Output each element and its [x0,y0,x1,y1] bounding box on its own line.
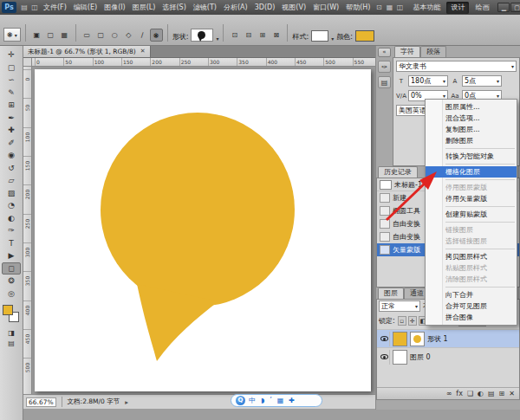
eyedropper-tool[interactable]: ✒ [2,112,21,125]
context-menu-item[interactable]: 选择链接图层 [426,236,517,247]
layer-visibility-toggle[interactable] [379,350,390,365]
blend-mode-select[interactable]: 正常 ▾ [379,300,420,312]
shape-tool-icon[interactable]: ◇ [122,29,135,42]
blur-tool[interactable]: ◔ [2,199,21,212]
app-bar-icon[interactable]: ▤ [19,3,29,11]
screen-mode-icon[interactable]: ◨ [2,329,21,337]
layers-footer-icon[interactable]: fx [456,390,463,397]
context-menu-item[interactable]: 清除图层样式 [426,274,517,285]
font-size-select[interactable]: 180点 ▾ [408,75,448,87]
gradient-tool[interactable]: ▨ [2,187,21,200]
menu-item[interactable]: 编辑(E) [70,0,101,15]
workspace-button[interactable]: 设计 [446,2,469,14]
context-menu-item[interactable]: 复制图层... [426,124,517,135]
panel-tab[interactable]: 字符 [394,46,420,57]
workspace-button[interactable]: 绘画 [471,2,493,14]
layers-footer-icon[interactable]: ✕ [509,390,515,397]
vector-mask-thumbnail[interactable] [410,332,425,346]
foreground-color-swatch[interactable] [3,305,13,315]
hand-tool[interactable]: ❂ [2,275,21,288]
view-option-icon[interactable]: ◫ [394,3,405,11]
ime-button-icon[interactable]: ✚ [289,395,295,406]
zoom-tool[interactable]: ◎ [2,288,21,300]
collapse-dock-icon[interactable]: « [378,48,391,57]
layers-footer-icon[interactable]: ⊞ [499,390,505,397]
panel-tab[interactable]: 图层 [378,288,404,299]
menu-item[interactable]: 视图(V) [278,0,309,15]
context-menu-item[interactable]: 粘贴图层样式 [426,262,517,274]
path-combine-icon[interactable]: ⊠ [270,29,283,42]
path-combine-icon[interactable]: ⊞ [256,29,269,42]
context-menu-item[interactable]: 合并可见图层 [426,300,517,312]
shape-tool-icon[interactable]: ❋ [150,29,163,42]
layer-name[interactable]: 形状 1 [427,334,448,344]
layer-row[interactable]: 形状 1 [377,329,519,347]
context-menu-item[interactable]: 删除图层 [426,135,517,146]
history-brush-tool[interactable]: ↺ [2,162,21,175]
shape-tool-icon[interactable]: ▭ [81,29,94,42]
app-bar-icon[interactable]: ◫ [29,3,40,11]
layers-footer-icon[interactable]: ◐ [478,390,484,397]
draw-mode-icon[interactable]: ▦ [58,29,71,42]
shape-tool[interactable]: ◻ [2,262,21,275]
shape-tool-icon[interactable]: ○ [108,29,121,42]
menu-item[interactable]: 窗口(W) [309,0,342,15]
move-tool[interactable]: ✛ [2,48,21,61]
status-options-arrow-icon[interactable]: ▸ [125,398,128,406]
ime-button-icon[interactable]: ▦ [277,395,284,406]
zoom-level-field[interactable]: 66.67% [26,397,56,407]
path-combine-icon[interactable]: ⊟ [242,29,255,42]
context-menu-item[interactable]: 拷贝图层样式 [426,251,517,262]
shape-tool-icon[interactable]: ▢ [94,29,107,42]
document-tab[interactable]: 未标题-1 @ 66.7% (形状 1, RGB/8) ✕ [23,46,151,57]
layer-name[interactable]: 图层 0 [410,352,431,362]
view-option-icon[interactable]: ⊡ [374,3,384,11]
workspace-button[interactable]: 基本功能 [408,2,445,14]
context-menu-item[interactable]: 向下合并 [426,289,517,300]
menu-item[interactable]: 分析(A) [220,0,251,15]
context-menu-item[interactable]: 图层属性... [426,101,517,113]
chevron-down-icon[interactable]: ▾ [216,36,218,42]
menu-item[interactable]: 滤镜(T) [190,0,220,15]
layers-footer-icon[interactable]: ▤ [488,390,495,397]
leading-select[interactable]: 5点 ▾ [462,75,502,87]
style-swatch[interactable] [311,30,328,42]
pen-tool[interactable]: ✑ [2,224,21,237]
draw-mode-icon[interactable]: ▣ [30,29,43,42]
quick-selection-tool[interactable]: ✎ [2,87,21,100]
path-combine-icon[interactable]: ⊡ [228,29,241,42]
lock-icon[interactable]: ▫ [398,316,406,326]
context-menu-item[interactable]: 拼合图像 [426,312,517,323]
shape-tool-icon[interactable]: ∕ [136,29,149,42]
layer-visibility-toggle[interactable] [379,332,390,346]
dodge-tool[interactable]: ◐ [2,212,21,225]
view-option-icon[interactable]: ▦ [384,3,394,11]
clone-stamp-tool[interactable]: ◉ [2,149,21,162]
layer-thumbnail[interactable] [393,350,407,365]
menu-item[interactable]: 文件(F) [40,0,70,15]
crop-tool[interactable]: ⊞ [2,99,21,112]
layers-footer-icon[interactable]: ❏ [467,390,473,397]
menu-item[interactable]: 图层(L) [129,0,159,15]
ime-button-icon[interactable]: ’ [270,395,272,406]
shape-color-swatch[interactable] [355,30,374,42]
tab-close-icon[interactable]: ✕ [140,46,146,57]
eraser-tool[interactable]: ▱ [2,174,21,187]
layers-footer-icon[interactable]: ∞ [446,390,452,397]
tool-preset-picker[interactable]: ❋ ▾ [3,28,21,42]
healing-brush-tool[interactable]: ✚ [2,124,21,137]
minimize-button[interactable]: ▁ [497,3,510,12]
marquee-tool[interactable]: ▢ [2,61,21,74]
font-family-select[interactable]: 华文隶书 ▾ [396,61,517,72]
menu-item[interactable]: 选择(S) [159,0,189,15]
ime-logo-icon[interactable]: Q [236,396,245,405]
docked-panel-icon[interactable]: ▤ [378,76,391,88]
ime-button-icon[interactable]: ◗ [261,395,264,406]
menu-item[interactable]: 3D(D) [251,0,279,15]
ime-button-icon[interactable]: 中 [249,395,256,406]
brush-tool[interactable]: ✐ [2,137,21,150]
lasso-tool[interactable]: ∽ [2,74,21,87]
layer-row[interactable]: 图层 0 [377,347,519,365]
panel-tab[interactable]: 段落 [420,46,446,57]
menu-item[interactable]: 帮助(H) [342,0,374,15]
